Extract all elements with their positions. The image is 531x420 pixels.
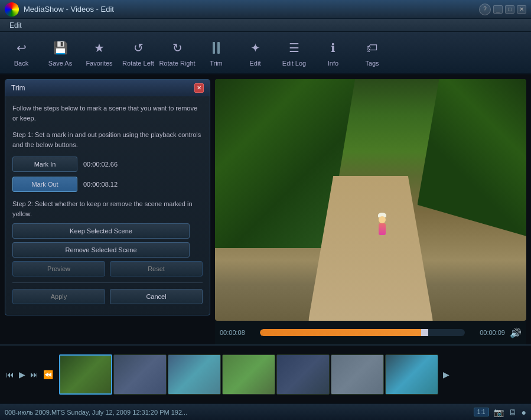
menu-edit[interactable]: Edit xyxy=(5,20,27,31)
favorites-button[interactable]: ★ Favorites xyxy=(80,34,118,71)
thumbnail-7[interactable] xyxy=(385,354,438,395)
maximize-button[interactable]: □ xyxy=(505,5,514,14)
svg-rect-0 xyxy=(213,42,215,54)
display-icon[interactable]: 🖥 xyxy=(509,408,517,417)
tags-icon: 🏷 xyxy=(363,38,382,57)
video-area: 00:00:08 00:00:09 🔊 xyxy=(215,74,531,344)
play-button[interactable]: ▶ xyxy=(18,369,27,380)
toolbar: ↩ Back 💾 Save As ★ Favorites ↺ Rotate Le… xyxy=(0,32,531,74)
svg-rect-1 xyxy=(217,42,220,54)
keep-selected-scene-button[interactable]: Keep Selected Scene xyxy=(12,223,190,239)
reset-button[interactable]: Reset xyxy=(110,261,203,276)
trim-body: Follow the steps below to mark a scene t… xyxy=(5,96,210,311)
back-button[interactable]: ↩ Back xyxy=(2,34,40,71)
trim-panel: Trim ✕ Follow the steps below to mark a … xyxy=(5,79,210,315)
timeline-bar: 00:00:08 00:00:09 🔊 xyxy=(215,321,526,344)
window-title: MediaShow - Videos - Edit xyxy=(24,5,474,14)
trim-header: Trim ✕ xyxy=(5,80,210,96)
edit-button[interactable]: ✦ Edit xyxy=(236,34,274,71)
rotate-right-icon: ↻ xyxy=(168,38,187,57)
volume-icon[interactable]: 🔊 xyxy=(510,327,522,338)
scroll-right-button[interactable]: ▶ xyxy=(439,368,452,381)
apply-button[interactable]: Apply xyxy=(12,289,105,304)
app-logo xyxy=(5,2,19,17)
zoom-badge: 1:1 xyxy=(474,408,489,416)
tags-button[interactable]: 🏷 Tags xyxy=(353,34,391,71)
time-left: 00:00:08 xyxy=(220,329,255,336)
rotate-left-icon: ↺ xyxy=(129,38,148,57)
divider xyxy=(12,282,203,283)
scrubber-fill xyxy=(260,329,424,336)
mark-out-button[interactable]: Mark Out xyxy=(12,177,77,192)
mark-out-row: Mark Out 00:00:08.12 xyxy=(12,177,203,192)
back-icon: ↩ xyxy=(12,38,31,57)
info-status-icon[interactable]: 📷 xyxy=(494,408,504,417)
thumbnail-6[interactable] xyxy=(331,354,384,395)
video-preview xyxy=(215,79,526,321)
thumbnail-5[interactable] xyxy=(276,354,330,395)
title-bar: MediaShow - Videos - Edit ? _ □ ✕ xyxy=(0,0,531,19)
scrubber-track[interactable] xyxy=(260,329,465,336)
thumbnail-1[interactable] xyxy=(59,354,112,395)
mark-in-button[interactable]: Mark In xyxy=(12,157,77,172)
info-button[interactable]: ℹ Info xyxy=(314,34,352,71)
mark-out-time: 00:00:08.12 xyxy=(83,181,118,188)
trim-button[interactable]: Trim xyxy=(197,34,235,71)
help-button[interactable]: ? xyxy=(479,4,491,15)
edit-icon: ✦ xyxy=(246,38,265,57)
preview-reset-row: Preview Reset xyxy=(12,261,203,276)
rewind-button[interactable]: ⏪ xyxy=(42,369,54,380)
trim-icon xyxy=(207,38,226,57)
title-controls: ? _ □ ✕ xyxy=(479,4,526,15)
save-as-icon: 💾 xyxy=(51,38,70,57)
thumbnail-strip: ⏮ ▶ ⏭ ⏪ ▶ xyxy=(0,344,531,403)
preview-button[interactable]: Preview xyxy=(12,261,105,276)
trim-description: Follow the steps below to mark a scene t… xyxy=(12,103,203,123)
main-area: Trim ✕ Follow the steps below to mark a … xyxy=(0,74,531,344)
mark-in-time: 00:00:02.66 xyxy=(83,161,118,168)
video-scene xyxy=(215,79,526,321)
scrubber-thumb[interactable] xyxy=(421,329,428,336)
status-text: 008-июль 2009.MTS Sunday, July 12, 2009 … xyxy=(5,409,469,416)
child-head xyxy=(379,216,386,223)
close-button[interactable]: ✕ xyxy=(517,5,526,14)
edit-log-button[interactable]: ☰ Edit Log xyxy=(275,34,313,71)
rotate-right-button[interactable]: ↻ Rotate Right xyxy=(158,34,196,71)
thumbnail-3[interactable] xyxy=(168,354,221,395)
status-bar: 008-июль 2009.MTS Sunday, July 12, 2009 … xyxy=(0,403,531,420)
skip-start-button[interactable]: ⏮ xyxy=(5,369,15,380)
rotate-left-button[interactable]: ↺ Rotate Left xyxy=(119,34,157,71)
trim-step1: Step 1: Set a mark in and out position u… xyxy=(12,130,203,149)
dot-icon: ● xyxy=(522,408,526,417)
mark-in-row: Mark In 00:00:02.66 xyxy=(12,157,203,172)
transport-controls: ⏮ ▶ ⏭ ⏪ xyxy=(5,369,54,380)
child-figure xyxy=(377,213,387,236)
remove-selected-scene-button[interactable]: Remove Selected Scene xyxy=(12,242,190,258)
thumbnail-2[interactable] xyxy=(113,354,167,395)
info-icon: ℹ xyxy=(324,38,343,57)
apply-cancel-row: Apply Cancel xyxy=(12,289,203,304)
vegetation-right xyxy=(418,79,526,236)
trim-title: Trim xyxy=(11,84,194,92)
trim-step2: Step 2: Select whether to keep or remove… xyxy=(12,199,203,219)
skip-end-button[interactable]: ⏭ xyxy=(29,369,40,380)
edit-log-icon: ☰ xyxy=(285,38,304,57)
minimize-button[interactable]: _ xyxy=(493,5,503,14)
time-right: 00:00:09 xyxy=(470,329,505,336)
child-body xyxy=(379,223,386,235)
favorites-icon: ★ xyxy=(90,38,109,57)
trim-close-button[interactable]: ✕ xyxy=(194,83,204,93)
cancel-button[interactable]: Cancel xyxy=(110,289,203,304)
save-as-button[interactable]: 💾 Save As xyxy=(41,34,79,71)
thumbnail-4[interactable] xyxy=(222,354,275,395)
menu-bar: Edit xyxy=(0,19,531,32)
